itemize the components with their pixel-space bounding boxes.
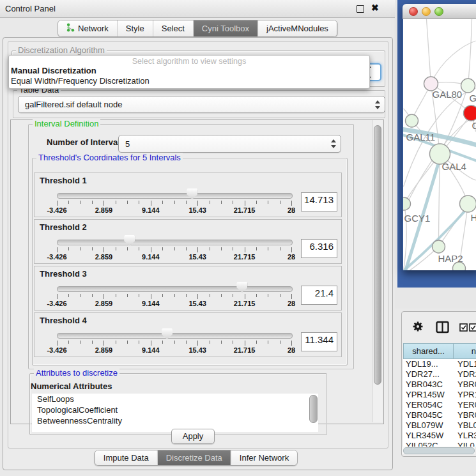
tab-label: Select xyxy=(162,24,185,33)
network-edge xyxy=(427,19,431,84)
table-row[interactable]: YBL079WYBL0 xyxy=(403,420,476,431)
control-panel-titlebar: Control Panel ✖ xyxy=(0,0,395,18)
algorithm-group-title: Discretization Algorithm xyxy=(16,45,107,55)
thresholds-group-title: Threshold's Coordinates for 5 Intervals xyxy=(36,153,183,162)
table-row[interactable]: YLR345WYLR3 xyxy=(403,431,476,441)
network-canvas[interactable]: GAL80GACGAL11GAL4GCY1HHAP2 xyxy=(403,19,476,270)
float-window-icon[interactable] xyxy=(357,5,364,13)
number-of-intervals-combobox[interactable]: 5 xyxy=(118,135,341,153)
screen: Control Panel ✖ NetworkStyleSelectCyni T… xyxy=(0,0,476,476)
tab-discretize-data[interactable]: Discretize Data xyxy=(157,450,231,465)
network-icon xyxy=(66,23,75,34)
threshold-label: Threshold 1 xyxy=(40,176,87,185)
list-item[interactable]: BetweennessCentrality xyxy=(32,415,318,426)
column-header[interactable]: name xyxy=(454,343,476,359)
tab-label: Network xyxy=(78,24,109,33)
slider-track[interactable] xyxy=(57,286,293,292)
slider-ticks xyxy=(57,341,291,346)
table-cell: YDR2 xyxy=(455,369,476,380)
close-icon[interactable]: ✖ xyxy=(371,3,379,13)
split-view-icon[interactable] xyxy=(436,321,449,335)
tab-label: jActiveMNodules xyxy=(266,24,328,33)
number-of-intervals-label: Number of Intervals xyxy=(47,137,125,147)
table-cell: YDL19... xyxy=(403,359,455,369)
slider-tick-labels: -3.4262.8599.14415.4321.71528 xyxy=(57,206,291,215)
threshold-panel: Threshold 1-3.4262.8599.14415.4321.71528… xyxy=(34,173,342,217)
horizontal-scrollbar-thumb[interactable] xyxy=(403,447,475,454)
tab-label: Style xyxy=(126,24,144,33)
table-cell: YPR1 xyxy=(455,390,476,400)
slider-track[interactable] xyxy=(57,333,293,339)
gear-icon[interactable] xyxy=(412,321,424,334)
table-row[interactable]: YDL19...YDL1 xyxy=(403,359,476,369)
checkbox-icon[interactable] xyxy=(459,323,468,334)
threshold-value-field[interactable]: 14.713 xyxy=(301,192,337,211)
table-row[interactable]: YBR043CYBR0 xyxy=(403,380,476,390)
node-label: GAL80 xyxy=(433,89,463,100)
numerical-attributes-label: Numerical Attributes xyxy=(31,381,112,391)
tab-select[interactable]: Select xyxy=(153,20,193,36)
network-node[interactable] xyxy=(460,196,476,212)
table-row[interactable]: YBR045CYBR0 xyxy=(403,410,476,420)
tab-jactivemnodules[interactable]: jActiveMNodules xyxy=(257,20,337,36)
threshold-panel: Threshold 2-3.4262.8599.14415.4321.71528… xyxy=(34,219,342,264)
tab-label: Cyni Toolbox xyxy=(202,24,249,33)
table-row[interactable]: YIL052CYIL0 xyxy=(403,441,476,447)
tab-network[interactable]: Network xyxy=(58,20,117,36)
number-of-intervals-value: 5 xyxy=(125,139,130,149)
attributes-list: SelfLoopsTopologicalCoefficientBetweenne… xyxy=(32,394,318,432)
threshold-value-field[interactable]: 11.344 xyxy=(301,332,337,351)
column-header[interactable]: shared... xyxy=(403,343,454,359)
tab-impute-data[interactable]: Impute Data xyxy=(95,450,157,465)
zoom-traffic-light-icon[interactable] xyxy=(434,7,443,16)
table-data-combobox[interactable]: galFiltered.sif default node xyxy=(18,96,385,113)
node-table: shared...name YDL19...YDL1YDR27...YDR2YB… xyxy=(403,343,476,447)
panel-title: Control Panel xyxy=(5,4,56,13)
tab-infer-network[interactable]: Infer Network xyxy=(231,450,297,465)
tab-cyni-toolbox[interactable]: Cyni Toolbox xyxy=(193,20,257,36)
network-node[interactable] xyxy=(433,240,445,253)
node-label: GCY1 xyxy=(404,213,431,224)
apply-button[interactable]: Apply xyxy=(171,429,215,444)
threshold-value-field[interactable]: 21.4 xyxy=(301,286,337,305)
network-edge xyxy=(468,19,472,86)
table-data-value: galFiltered.sif default node xyxy=(25,100,122,109)
tab-label: Infer Network xyxy=(240,453,289,463)
slider-track[interactable] xyxy=(57,193,293,199)
tab-style[interactable]: Style xyxy=(117,20,153,36)
dropdown-item[interactable]: Equal Width/Frequency Discretization xyxy=(9,76,369,86)
node-label: HAP2 xyxy=(438,253,463,264)
network-node[interactable] xyxy=(464,105,476,121)
threshold-value-field[interactable]: 6.316 xyxy=(301,239,337,258)
threshold-label: Threshold 2 xyxy=(40,222,87,232)
dropdown-item[interactable]: Manual Discretization xyxy=(9,66,369,76)
table-row[interactable]: YER054CYER0 xyxy=(403,400,476,410)
node-label: GA xyxy=(470,93,476,104)
table-cell: YIL0 xyxy=(455,441,475,447)
table-cell: YLR345W xyxy=(403,431,455,441)
close-traffic-light-icon[interactable] xyxy=(409,7,418,16)
table-cell: YBR043C xyxy=(403,380,455,390)
table-header-row: shared...name xyxy=(403,343,476,359)
slider-ticks xyxy=(57,294,291,300)
list-scrollbar-thumb[interactable] xyxy=(309,395,318,423)
algorithm-dropdown-popup: Select algorithm to view settings Manual… xyxy=(8,55,370,89)
network-node[interactable] xyxy=(461,79,475,93)
table-cell: YER0 xyxy=(455,400,476,410)
slider-tick-labels: -3.4262.8599.14415.4321.71528 xyxy=(57,346,291,355)
list-item[interactable]: SelfLoops xyxy=(32,394,318,404)
slider-ticks xyxy=(57,247,291,253)
minimize-traffic-light-icon[interactable] xyxy=(422,7,431,16)
slider-track[interactable] xyxy=(57,240,293,245)
table-cell: YIL052C xyxy=(403,441,455,447)
table-row[interactable]: YDR27...YDR2 xyxy=(403,369,476,380)
table-row[interactable]: YPR145WYPR1 xyxy=(403,390,476,400)
attributes-group-title: Attributes to discretize xyxy=(34,368,119,378)
checkbox-icon[interactable] xyxy=(469,323,476,334)
cyni-mode-tabbar: Impute DataDiscretize DataInfer Network xyxy=(95,450,298,466)
vertical-scrollbar-thumb[interactable] xyxy=(374,125,381,385)
list-item[interactable]: TopologicalCoefficient xyxy=(32,404,318,415)
toolbox-tabbar: NetworkStyleSelectCyni ToolboxjActiveMNo… xyxy=(58,20,337,37)
network-node[interactable] xyxy=(406,114,418,127)
slider-tick-labels: -3.4262.8599.14415.4321.71528 xyxy=(57,253,291,261)
